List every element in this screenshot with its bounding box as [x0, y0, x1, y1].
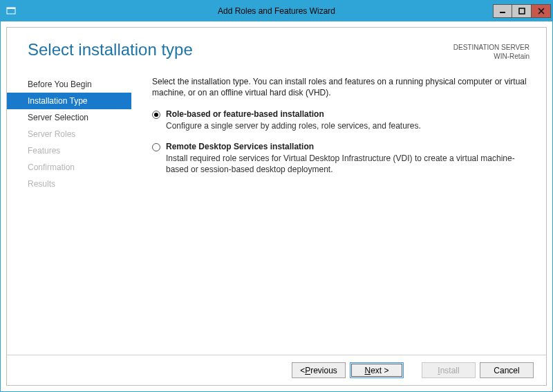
close-button[interactable]: [532, 4, 551, 18]
step-sidebar: Before You Begin Installation Type Serve…: [7, 73, 131, 355]
header: Select installation type DESTINATION SER…: [7, 28, 546, 65]
body: Before You Begin Installation Type Serve…: [7, 65, 546, 355]
option-body: Role-based or feature-based installation…: [166, 109, 528, 131]
option-title: Remote Desktop Services installation: [166, 142, 528, 151]
option-desc: Configure a single server by adding role…: [166, 120, 528, 131]
button-gap: [408, 362, 418, 378]
destination-label: DESTINATION SERVER: [453, 43, 529, 52]
sidebar-item-confirmation: Confirmation: [7, 159, 131, 176]
cancel-button[interactable]: Cancel: [480, 362, 534, 378]
radio-remote-desktop[interactable]: [152, 143, 160, 151]
install-button: Install: [422, 362, 476, 378]
svg-rect-3: [519, 8, 525, 14]
maximize-button[interactable]: [512, 4, 532, 18]
destination-value: WIN-Retain: [453, 52, 529, 61]
window-title: Add Roles and Features Wizard: [1, 6, 552, 16]
app-icon: [6, 6, 17, 17]
next-button[interactable]: Next >: [350, 362, 404, 378]
footer: < Previous Next > Install Cancel: [7, 355, 546, 385]
sidebar-item-server-roles: Server Roles: [7, 126, 131, 142]
destination-server: DESTINATION SERVER WIN-Retain: [453, 40, 529, 61]
wizard-window: Add Roles and Features Wizard Select ins…: [0, 0, 553, 392]
sidebar-item-server-selection[interactable]: Server Selection: [7, 109, 131, 126]
option-remote-desktop[interactable]: Remote Desktop Services installation Ins…: [152, 142, 528, 175]
svg-rect-1: [7, 8, 15, 9]
radio-role-based[interactable]: [152, 111, 160, 119]
page-title: Select installation type: [28, 40, 193, 61]
previous-button[interactable]: < Previous: [292, 362, 346, 378]
option-body: Remote Desktop Services installation Ins…: [166, 142, 528, 175]
sidebar-item-installation-type[interactable]: Installation Type: [7, 93, 131, 109]
option-title: Role-based or feature-based installation: [166, 109, 528, 119]
sidebar-item-features: Features: [7, 142, 131, 159]
wizard-panel: Select installation type DESTINATION SER…: [6, 27, 547, 386]
option-role-based[interactable]: Role-based or feature-based installation…: [152, 109, 528, 131]
window-controls: [493, 4, 551, 18]
content-area: Select the installation type. You can in…: [131, 73, 546, 355]
titlebar[interactable]: Add Roles and Features Wizard: [1, 1, 552, 21]
option-desc: Install required role services for Virtu…: [166, 153, 528, 175]
sidebar-item-before-you-begin[interactable]: Before You Begin: [7, 76, 131, 93]
minimize-button[interactable]: [493, 4, 512, 18]
intro-text: Select the installation type. You can in…: [152, 76, 528, 98]
sidebar-item-results: Results: [7, 176, 131, 192]
